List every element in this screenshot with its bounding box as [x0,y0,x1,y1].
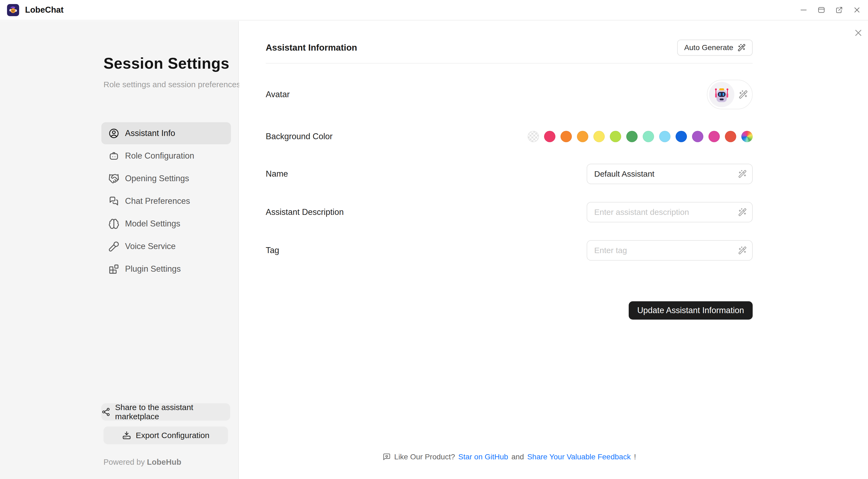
footer: Like Our Product? Star on GitHub and Sha… [266,453,753,461]
color-swatch-rainbow[interactable] [741,131,753,142]
mic-icon [108,241,119,252]
sidebar-item-chat-preferences[interactable]: Chat Preferences [101,190,231,212]
color-swatch-87daf7[interactable] [659,131,671,142]
message-heart-icon [382,453,391,461]
user-circle-icon [108,128,119,139]
tag-input-box [587,240,753,261]
share-marketplace-label: Share to the assistant marketplace [115,403,230,421]
export-icon [122,431,131,440]
color-swatch-ed3a68[interactable] [544,131,555,142]
color-swatch-transparent[interactable] [528,131,539,142]
blocks-icon [108,264,119,275]
sidebar-item-label: Plugin Settings [125,264,181,274]
update-assistant-button[interactable]: Update Assistant Information [629,301,753,319]
description-label: Assistant Description [266,207,344,217]
footer-suffix: ! [634,453,636,461]
minimize-icon[interactable] [800,6,808,14]
sidebar-item-assistant-info[interactable]: Assistant Info [101,122,231,144]
assistant-info-panel: Assistant Information Auto Generate Avat… [239,21,868,479]
sidebar-item-label: Role Configuration [125,151,194,161]
description-row: Assistant Description [266,202,753,223]
section-title: Assistant Information [266,42,357,53]
sidebar-item-voice-service[interactable]: Voice Service [101,235,231,258]
tag-label: Tag [266,245,279,255]
brain-icon [108,218,119,230]
name-label: Name [266,169,288,179]
app-title: LobeChat [25,5,64,15]
powered-by-text: Powered by [103,458,145,466]
export-configuration-button[interactable]: Export Configuration [103,426,228,444]
wand-icon[interactable] [738,170,747,178]
section-header: Assistant Information Auto Generate [266,21,753,64]
chat-icon [108,196,119,207]
avatar-label: Avatar [266,90,290,99]
color-swatch-f5832c[interactable] [560,131,572,142]
sidebar-item-plugin-settings[interactable]: Plugin Settings [101,258,231,280]
sidebar-item-opening-settings[interactable]: Opening Settings [101,168,231,190]
role-case-icon [108,150,119,162]
description-input-box [587,202,753,223]
sidebar-item-label: Model Settings [125,219,180,229]
footer-text: Like Our Product? [394,453,455,461]
avatar-picker[interactable] [707,80,753,109]
share-icon [101,407,111,416]
robot-avatar [709,82,734,107]
color-swatch-e55441[interactable] [725,131,736,142]
window-controls [800,6,861,14]
page-title: Session Settings [103,55,238,72]
settings-nav: Assistant InfoRole ConfigurationOpening … [101,122,231,280]
name-row: Name [266,164,753,184]
handshake-icon [108,173,119,184]
color-swatch-fae761[interactable] [593,131,605,142]
background-color-row: Background Color [266,131,753,142]
color-swatch-b5df45[interactable] [610,131,621,142]
color-swatch-a757c8[interactable] [692,131,703,142]
lobechat-logo-icon [7,4,19,16]
background-color-label: Background Color [266,132,333,141]
footer-and: and [512,453,524,461]
wand-icon [738,44,746,52]
color-swatch-1166de[interactable] [676,131,687,142]
sidebar-item-role-configuration[interactable]: Role Configuration [101,145,231,167]
close-panel-icon[interactable] [854,28,863,38]
description-input[interactable] [594,207,738,217]
sidebar-item-label: Opening Settings [125,174,189,183]
sidebar-item-model-settings[interactable]: Model Settings [101,213,231,235]
color-swatch-df449d[interactable] [709,131,720,142]
tag-input[interactable] [594,245,738,255]
wand-icon[interactable] [738,246,747,255]
tag-row: Tag [266,240,753,261]
update-assistant-label: Update Assistant Information [637,306,744,315]
close-window-icon[interactable] [853,6,861,14]
color-swatch-f9a436[interactable] [577,131,588,142]
lobechat-window: LobeChat Session Settings Role settings … [0,0,868,479]
robot-emoji-icon [712,85,732,104]
background-color-swatches [528,131,753,142]
auto-generate-button[interactable]: Auto Generate [677,40,753,56]
sidebar-item-label: Voice Service [125,241,176,251]
sidebar-item-label: Chat Preferences [125,196,190,206]
lobehub-brand-link[interactable]: LobeHub [147,458,181,466]
wand-icon [739,90,748,99]
open-external-icon[interactable] [835,6,843,14]
share-feedback-link[interactable]: Share Your Valuable Feedback [527,453,630,461]
color-swatch-8ce8c5[interactable] [643,131,654,142]
settings-sidebar: Session Settings Role settings and sessi… [0,21,239,479]
sidebar-item-label: Assistant Info [125,129,175,138]
title-bar: LobeChat [0,0,868,21]
name-input-box [587,164,753,184]
avatar-row: Avatar [266,80,753,109]
export-configuration-label: Export Configuration [136,431,210,440]
powered-by: Powered by LobeHub [103,458,231,467]
star-on-github-link[interactable]: Star on GitHub [458,453,508,461]
share-marketplace-button[interactable]: Share to the assistant marketplace [101,403,230,420]
auto-generate-label: Auto Generate [684,43,733,52]
color-swatch-4fa85f[interactable] [626,131,638,142]
name-input[interactable] [594,169,738,179]
restore-window-icon[interactable] [817,6,826,14]
wand-icon[interactable] [738,208,747,216]
